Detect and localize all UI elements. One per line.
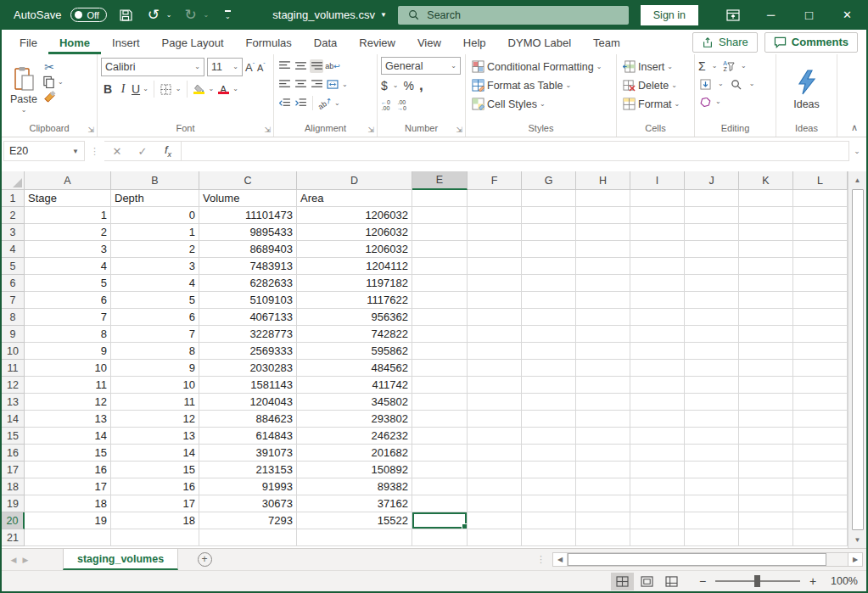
cell-H11[interactable]	[576, 360, 630, 377]
cell-I15[interactable]	[630, 428, 685, 445]
cell-D20[interactable]: 15522	[297, 512, 412, 529]
cell-H13[interactable]	[576, 394, 630, 411]
vertical-scrollbar[interactable]: ▲ ▼	[848, 171, 866, 548]
decrease-indent-icon[interactable]	[277, 97, 291, 110]
tab-data[interactable]: Data	[303, 30, 348, 54]
cell-L20[interactable]	[793, 512, 848, 529]
cell-D7[interactable]: 1117622	[297, 292, 412, 309]
cell-L11[interactable]	[793, 360, 848, 377]
cell-H14[interactable]	[576, 411, 630, 428]
cell-C18[interactable]: 91993	[199, 478, 297, 495]
cell-L15[interactable]	[793, 428, 848, 445]
cell-E14[interactable]	[412, 411, 468, 428]
share-button[interactable]: Share	[692, 32, 758, 53]
cell-C14[interactable]: 884623	[199, 411, 297, 428]
clear-icon[interactable]	[698, 95, 712, 109]
column-header-K[interactable]: K	[739, 171, 793, 190]
zoom-slider[interactable]	[715, 580, 800, 582]
cell-C1[interactable]: Volume	[199, 190, 297, 207]
format-cells-button[interactable]: Format⌄	[620, 96, 682, 112]
cell-H9[interactable]	[576, 326, 630, 343]
cell-F20[interactable]	[468, 512, 522, 529]
cell-L13[interactable]	[793, 394, 848, 411]
cell-A21[interactable]	[25, 529, 111, 546]
cell-H12[interactable]	[576, 377, 630, 394]
cell-D10[interactable]: 595862	[297, 343, 412, 360]
column-header-I[interactable]: I	[630, 171, 685, 190]
cell-A1[interactable]: Stage	[25, 190, 111, 207]
row-header-5[interactable]: 5	[2, 258, 25, 275]
column-header-A[interactable]: A	[25, 171, 111, 190]
cell-D18[interactable]: 89382	[297, 478, 412, 495]
cell-K19[interactable]	[739, 495, 793, 512]
cell-B14[interactable]: 12	[111, 411, 199, 428]
cell-D21[interactable]	[297, 529, 412, 546]
autosave-toggle[interactable]: Off	[70, 8, 106, 22]
cell-F6[interactable]	[468, 275, 522, 292]
number-dialog-launcher[interactable]: ⇲	[456, 126, 462, 134]
cell-E6[interactable]	[412, 275, 468, 292]
cell-F13[interactable]	[468, 394, 522, 411]
row-header-19[interactable]: 19	[2, 495, 25, 512]
cell-D13[interactable]: 345802	[297, 394, 412, 411]
fill-color-chevron-icon[interactable]: ⌄	[209, 86, 215, 92]
increase-indent-icon[interactable]	[294, 97, 307, 110]
tab-view[interactable]: View	[406, 30, 452, 54]
cell-J9[interactable]	[685, 326, 739, 343]
sort-filter-icon[interactable]: AZ	[723, 60, 735, 72]
save-icon[interactable]	[116, 6, 135, 25]
cell-K7[interactable]	[739, 292, 793, 309]
cell-L14[interactable]	[793, 411, 848, 428]
cell-K5[interactable]	[739, 258, 793, 275]
cell-I13[interactable]	[630, 394, 685, 411]
find-select-chevron-icon[interactable]: ⌄	[749, 81, 755, 87]
cell-K21[interactable]	[739, 529, 793, 546]
page-break-view-button[interactable]	[660, 573, 683, 590]
fill-chevron-icon[interactable]: ⌄	[718, 81, 724, 87]
italic-button[interactable]: I	[117, 82, 129, 96]
cell-B13[interactable]: 11	[111, 394, 199, 411]
cell-K10[interactable]	[739, 343, 793, 360]
cell-L3[interactable]	[793, 224, 848, 241]
cell-L5[interactable]	[793, 258, 848, 275]
column-header-L[interactable]: L	[793, 171, 848, 190]
cell-C4[interactable]: 8689403	[199, 241, 297, 258]
cell-J5[interactable]	[685, 258, 739, 275]
cell-C17[interactable]: 213153	[199, 462, 297, 478]
cell-D1[interactable]: Area	[297, 190, 412, 207]
increase-font-icon[interactable]: Aˆ	[245, 61, 255, 74]
cell-L16[interactable]	[793, 445, 848, 462]
cell-I16[interactable]	[630, 445, 685, 462]
formula-input[interactable]	[182, 141, 849, 161]
cell-C9[interactable]: 3228773	[199, 326, 297, 343]
number-format-combo[interactable]: General⌄	[381, 57, 461, 75]
merge-center-chevron-icon[interactable]: ⌄	[342, 81, 348, 88]
cell-J11[interactable]	[685, 360, 739, 377]
comments-button[interactable]: Comments	[764, 32, 858, 53]
cell-K14[interactable]	[739, 411, 793, 428]
cell-I7[interactable]	[630, 292, 685, 309]
paste-button[interactable]: Paste ⌄	[5, 57, 42, 120]
cell-A18[interactable]: 17	[25, 478, 111, 495]
cell-I4[interactable]	[630, 241, 685, 258]
column-header-J[interactable]: J	[685, 171, 739, 190]
cell-B20[interactable]: 18	[111, 512, 199, 529]
row-header-18[interactable]: 18	[2, 478, 25, 495]
fill-color-icon[interactable]	[193, 82, 206, 96]
tab-dymo-label[interactable]: DYMO Label	[497, 30, 582, 54]
cell-I11[interactable]	[630, 360, 685, 377]
tab-home[interactable]: Home	[48, 30, 101, 54]
insert-function-icon[interactable]: fx	[155, 143, 181, 159]
decrease-decimal-icon[interactable]: .00→0	[397, 99, 406, 111]
tab-file[interactable]: File	[8, 30, 48, 54]
cell-J15[interactable]	[685, 428, 739, 445]
cell-I1[interactable]	[630, 190, 685, 207]
cell-A11[interactable]: 10	[25, 360, 111, 377]
maximize-button[interactable]: □	[790, 0, 828, 30]
underline-chevron-icon[interactable]: ⌄	[143, 86, 148, 92]
cell-J17[interactable]	[685, 462, 739, 478]
cell-I18[interactable]	[630, 478, 685, 495]
cell-D16[interactable]: 201682	[297, 445, 412, 462]
cell-K17[interactable]	[739, 462, 793, 478]
cell-F10[interactable]	[468, 343, 522, 360]
